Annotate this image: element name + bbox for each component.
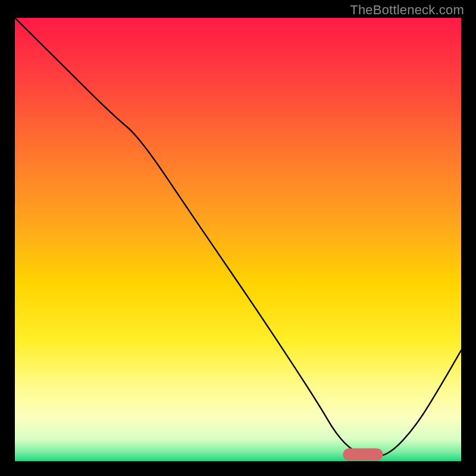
- optimal-range-marker: [343, 448, 383, 461]
- bottleneck-chart: [15, 18, 461, 461]
- chart-frame: TheBottleneck.com: [0, 0, 476, 476]
- chart-plot-area: [15, 18, 461, 461]
- watermark-text: TheBottleneck.com: [350, 2, 464, 18]
